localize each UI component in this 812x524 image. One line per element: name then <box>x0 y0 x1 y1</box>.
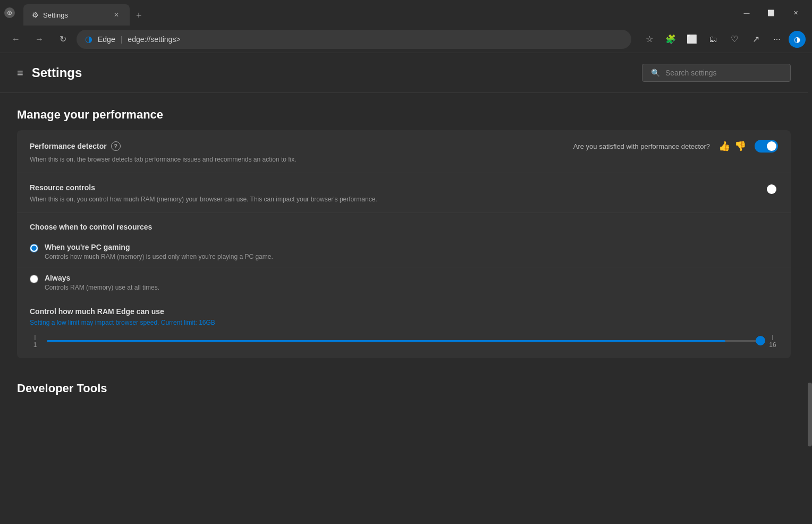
tab-close-button[interactable]: ✕ <box>112 10 121 20</box>
menu-button[interactable]: ··· <box>767 30 786 49</box>
tab-bar: ⚙ Settings ✕ + <box>19 0 730 26</box>
resource-controls-header: Resource controls <box>30 183 778 192</box>
ram-slider-fill <box>47 340 725 342</box>
feedback-question: Are you satisfied with performance detec… <box>573 142 710 150</box>
radio-gaming-row: When you're PC gaming Controls how much … <box>17 236 791 267</box>
radio-always-name: Always <box>45 274 159 282</box>
manage-performance-title: Manage your performance <box>17 93 791 130</box>
settings-header: ≡ Settings 🔍 <box>0 53 808 93</box>
title-bar-left: ⊕ <box>4 7 15 18</box>
ram-slider-label: Control how much RAM Edge can use <box>30 307 778 316</box>
performance-detector-help-icon[interactable]: ? <box>111 141 121 151</box>
scrollbar-thumb[interactable] <box>808 383 812 446</box>
window-controls: — ⬜ ✕ <box>734 4 808 21</box>
new-tab-button[interactable]: + <box>130 6 148 26</box>
resource-control-subsection-title: Choose when to control resources <box>17 213 791 236</box>
performance-card: Performance detector ? Are you satisfied… <box>17 130 791 358</box>
performance-detector-toggle[interactable] <box>755 140 778 153</box>
address-bar[interactable]: ◑ Edge | edge://settings> <box>77 30 631 49</box>
resource-controls-description: When this is on, you control how much RA… <box>30 196 778 203</box>
radio-always-row: Always Controls RAM (memory) use at all … <box>17 267 791 298</box>
forward-button[interactable]: → <box>30 30 49 49</box>
back-button[interactable]: ← <box>6 30 26 49</box>
settings-body: Manage your performance Performance dete… <box>0 93 808 421</box>
address-separator: | <box>121 35 123 44</box>
sidebar-toggle-icon[interactable]: ≡ <box>17 67 23 79</box>
ram-slider-thumb[interactable] <box>756 336 765 345</box>
radio-always-label[interactable]: Always Controls RAM (memory) use at all … <box>30 274 778 291</box>
ram-slider-container: | 1 | 16 <box>30 334 778 349</box>
nav-bar: ← → ↻ ◑ Edge | edge://settings> ☆ 🧩 ⬜ 🗂 … <box>0 26 812 53</box>
performance-detector-row: Performance detector ? Are you satisfied… <box>17 130 791 173</box>
search-settings-box[interactable]: 🔍 <box>642 64 791 82</box>
performance-detector-label: Performance detector ? <box>30 141 121 151</box>
search-settings-input[interactable] <box>665 69 782 77</box>
edge-logo: ◑ <box>85 34 92 44</box>
split-screen-button[interactable]: ⬜ <box>682 30 701 49</box>
browser-name-label: Edge <box>98 35 115 44</box>
share-button[interactable]: ↗ <box>746 30 765 49</box>
profile-button[interactable]: ◑ <box>789 31 806 48</box>
app-body: ≡ Settings 🔍 Manage your performance Per… <box>0 53 812 524</box>
minimize-button[interactable]: — <box>734 4 759 21</box>
ram-current-limit: 16GB <box>199 319 215 326</box>
restore-button[interactable]: ⬜ <box>759 4 783 21</box>
favorites-button[interactable]: ☆ <box>640 30 659 49</box>
performance-detector-description: When this is on, the browser detects tab… <box>30 156 778 163</box>
resource-controls-label: Resource controls <box>30 183 95 192</box>
radio-always-input[interactable] <box>30 275 38 283</box>
refresh-button[interactable]: ↻ <box>53 30 72 49</box>
thumbs-down-button[interactable]: 👎 <box>734 140 746 152</box>
search-icon: 🔍 <box>651 69 660 77</box>
performance-detector-header: Performance detector ? Are you satisfied… <box>30 140 778 153</box>
settings-page-title: Settings <box>32 65 82 80</box>
radio-gaming-desc: Controls how much RAM (memory) is used o… <box>45 253 273 260</box>
radio-always-desc: Controls RAM (memory) use at all times. <box>45 284 159 291</box>
settings-tab[interactable]: ⚙ Settings ✕ <box>23 4 130 26</box>
ram-slider-row: Control how much RAM Edge can use Settin… <box>17 298 791 358</box>
ram-slider-track[interactable] <box>47 340 761 342</box>
settings-tab-label: Settings <box>43 11 68 19</box>
copilot-button[interactable]: ♡ <box>725 30 744 49</box>
ram-slider-max-label: 16 <box>769 341 776 349</box>
extensions-button[interactable]: 🧩 <box>661 30 680 49</box>
address-url: edge://settings> <box>128 35 180 44</box>
settings-content: ≡ Settings 🔍 Manage your performance Per… <box>0 53 808 524</box>
thumbs-up-button[interactable]: 👍 <box>718 140 730 152</box>
settings-tab-icon: ⚙ <box>32 11 39 19</box>
scrollbar[interactable] <box>808 53 812 524</box>
browser-icon: ⊕ <box>4 7 15 18</box>
close-button[interactable]: ✕ <box>783 4 808 21</box>
radio-gaming-input[interactable] <box>30 244 38 252</box>
title-bar: ⊕ ⚙ Settings ✕ + — ⬜ ✕ <box>0 0 812 26</box>
radio-always-text: Always Controls RAM (memory) use at all … <box>45 274 159 291</box>
radio-gaming-text: When you're PC gaming Controls how much … <box>45 243 273 260</box>
feedback-section: Are you satisfied with performance detec… <box>573 140 778 153</box>
ram-slider-desc: Setting a low limit may impact browser s… <box>30 319 778 326</box>
resource-controls-row: Resource controls When this is on, you c… <box>17 173 791 213</box>
ram-slider-min-label: 1 <box>33 341 37 349</box>
radio-gaming-label[interactable]: When you're PC gaming Controls how much … <box>30 243 778 260</box>
nav-icons: ☆ 🧩 ⬜ 🗂 ♡ ↗ ··· ◑ <box>640 30 806 49</box>
developer-tools-title: Developer Tools <box>17 367 791 404</box>
collections-button[interactable]: 🗂 <box>704 30 723 49</box>
feedback-icons: 👍 👎 <box>718 140 746 152</box>
radio-gaming-name: When you're PC gaming <box>45 243 273 251</box>
